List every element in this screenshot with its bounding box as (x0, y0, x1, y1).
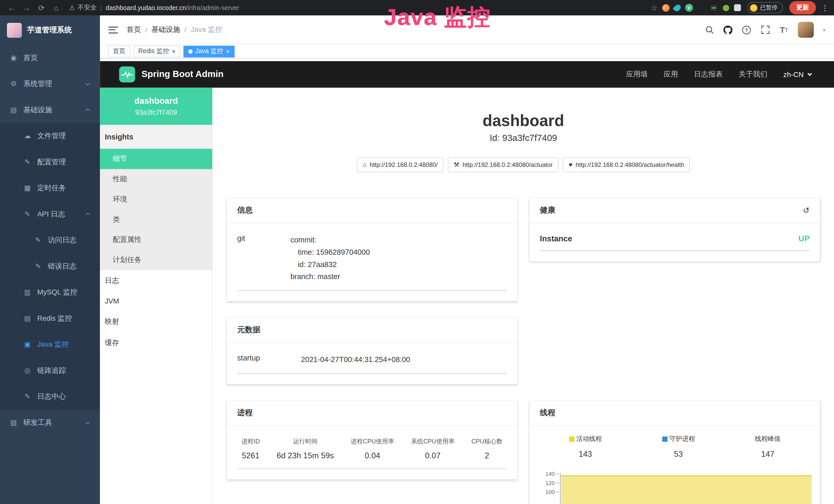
sidebar-item-log-center[interactable]: ✎ 日志中心 (0, 383, 100, 409)
sba-nav-applications[interactable]: 应用 (664, 70, 678, 79)
spring-boot-admin-logo-icon[interactable] (119, 67, 135, 83)
extensions-puzzle-icon[interactable] (734, 4, 741, 11)
help-icon[interactable]: ? (742, 25, 751, 35)
sidebar-item-scheduled-tasks[interactable]: ▦ 定时任务 (0, 175, 100, 201)
breadcrumb-separator: / (184, 26, 186, 33)
sidebar-item-java-monitor[interactable]: ▣ Java 监控 (0, 331, 100, 357)
close-icon[interactable]: × (226, 48, 230, 54)
sidebar-item-file-management[interactable]: ☁ 文件管理 (0, 123, 100, 148)
sidebar-item-redis-monitor[interactable]: ▤ Redis 监控 (0, 305, 100, 331)
url-domain: dashboard.yudao.iocoder.cn (106, 4, 186, 12)
process-card-title: 进程 (237, 408, 253, 418)
font-size-icon[interactable]: TT (779, 25, 789, 35)
browser-reload-button[interactable]: ⟳ (35, 3, 48, 12)
menu-label: 基础设施 (23, 105, 52, 115)
menu-label: 链路追踪 (37, 366, 66, 375)
chrome-update-button[interactable]: 更新 (789, 1, 816, 15)
sba-item-classes[interactable]: 类 (100, 209, 212, 230)
legend-value: 143 (569, 449, 602, 458)
security-label: 不安全 (78, 3, 97, 12)
sidebar-item-mysql-monitor[interactable]: ▥ MySQL 监控 (0, 279, 100, 305)
y-axis-tickmark (556, 492, 559, 492)
sba-item-environment[interactable]: 环境 (100, 189, 212, 209)
startup-timestamp: 2021-04-27T00:44:31.254+08:00 (301, 353, 410, 366)
health-url-link[interactable]: ♥ http://192.168.0.2:48080/actuator/heal… (563, 157, 690, 172)
sidebar-item-error-logs[interactable]: ✎ 错误日志 (0, 253, 100, 279)
paused-label: 已暂停 (760, 4, 777, 12)
sidebar-item-dev-tools[interactable]: ▧ 研发工具 (0, 410, 100, 435)
breadcrumb-current: Java 监控 (191, 25, 222, 35)
app-title: 芋道管理系统 (27, 25, 72, 35)
github-icon[interactable] (723, 25, 733, 35)
tab-home[interactable]: 首页 (108, 45, 130, 57)
chevron-down-icon (86, 419, 90, 424)
tab-java-monitor[interactable]: Java 监控 × (183, 45, 234, 57)
breadcrumb-home[interactable]: 首页 (127, 25, 141, 35)
stat-process-cpu: 进程CPU使用率 0.04 (351, 437, 394, 460)
menu-label: 错误日志 (48, 261, 76, 271)
collapse-sidebar-icon[interactable] (108, 26, 118, 33)
extension-icon-orange[interactable] (662, 4, 670, 12)
svg-text:?: ? (745, 27, 748, 33)
sba-item-scheduled-tasks[interactable]: 计划任务 (100, 250, 212, 270)
sba-item-details[interactable]: 细节 (100, 149, 212, 169)
instance-id: 93a3fc7f7409 (135, 108, 177, 116)
browser-home-button[interactable]: ⌂ (50, 3, 63, 12)
instance-header[interactable]: dashboard 93a3fc7f7409 (100, 88, 212, 125)
sba-item-config-props[interactable]: 配置属性 (100, 230, 212, 250)
history-icon[interactable]: ↺ (803, 205, 810, 215)
startup-key: startup (237, 353, 301, 366)
tab-label: Java 监控 (195, 47, 223, 56)
extension-icon-on-badge[interactable]: on (709, 4, 718, 12)
extension-icon-leaf[interactable] (723, 5, 729, 11)
sba-nav-about[interactable]: 关于我们 (739, 70, 767, 79)
browser-extensions: ☆ V on (651, 3, 741, 12)
breadcrumb-infrastructure[interactable]: 基础设施 (152, 25, 180, 35)
bookmark-star-icon[interactable]: ☆ (651, 3, 657, 12)
extension-icon-teal-drop[interactable] (673, 3, 682, 13)
sidebar-item-home[interactable]: ◉ 首页 (0, 45, 100, 71)
actuator-url-link[interactable]: ⚒ http://192.168.0.2:48080/actuator (448, 157, 558, 172)
sba-nav-wallboard[interactable]: 应用墙 (626, 70, 648, 79)
sba-group-caches[interactable]: 缓存 (100, 332, 212, 353)
user-avatar[interactable] (798, 22, 814, 38)
infrastructure-submenu: ☁ 文件管理 ✎ 配置管理 ▦ 定时任务 ✎ API 日志 (0, 123, 100, 409)
browser-menu-icon[interactable]: ⋮ (821, 3, 829, 12)
app-logo[interactable]: 芋道管理系统 (0, 16, 100, 45)
list-icon: ▦ (23, 184, 32, 192)
info-card-body: git commit: time: 1596289704000 id: 27aa… (226, 223, 518, 301)
user-menu-caret-icon[interactable]: ▾ (823, 27, 825, 33)
sidebar-item-api-logs[interactable]: ✎ API 日志 (0, 201, 100, 227)
app-sidebar: 芋道管理系统 ◉ 首页 ⚙ 系统管理 ▤ 基础设施 (0, 16, 100, 504)
sidebar-item-access-logs[interactable]: ✎ 访问日志 (0, 227, 100, 253)
sidebar-item-tracing[interactable]: ◎ 链路追踪 (0, 358, 100, 383)
stat-value: 5261 (241, 451, 260, 460)
vue-devtools-icon[interactable]: V (685, 4, 693, 12)
menu-label: MySQL 监控 (37, 287, 77, 297)
search-icon[interactable] (705, 25, 714, 35)
tab-redis-monitor[interactable]: Redis 监控 × (134, 45, 180, 57)
link-url: http://192.168.0.2:48080/ (370, 162, 438, 168)
sba-group-logs[interactable]: 日志 (100, 270, 212, 292)
insights-items: 细节 性能 环境 类 配置属性 计划任务 (100, 149, 212, 270)
sba-item-metrics[interactable]: 性能 (100, 169, 212, 189)
language-selector[interactable]: zh-CN (784, 70, 811, 78)
sba-group-jvm[interactable]: JVM (100, 292, 212, 311)
service-url-link[interactable]: ⌂ http://192.168.0.2:48080/ (357, 157, 444, 172)
security-chip[interactable]: ⚠ 不安全 (69, 3, 96, 12)
sba-group-mappings[interactable]: 映射 (100, 311, 212, 332)
startup-row: startup 2021-04-27T00:44:31.254+08:00 (237, 353, 507, 374)
address-bar[interactable]: ⚠ 不安全 | dashboard.yudao.iocoder.cn/infra… (69, 3, 649, 12)
fullscreen-icon[interactable] (761, 25, 770, 35)
sba-nav-journal[interactable]: 日志报表 (694, 70, 723, 79)
sidebar-item-infrastructure[interactable]: ▤ 基础设施 (0, 97, 100, 123)
browser-back-button[interactable]: ← (5, 3, 18, 12)
sidebar-item-system-management[interactable]: ⚙ 系统管理 (0, 71, 100, 96)
info-card: 信息 git commit: time: 1596289704000 id: 2… (226, 198, 518, 301)
browser-forward-button[interactable]: → (20, 3, 33, 12)
extension-icon-blue-grid[interactable] (698, 4, 705, 11)
sidebar-item-config-management[interactable]: ✎ 配置管理 (0, 149, 100, 175)
sba-brand-title[interactable]: Spring Boot Admin (141, 69, 223, 79)
close-icon[interactable]: × (172, 48, 176, 54)
profile-paused-badge[interactable]: 已暂停 (747, 2, 783, 13)
